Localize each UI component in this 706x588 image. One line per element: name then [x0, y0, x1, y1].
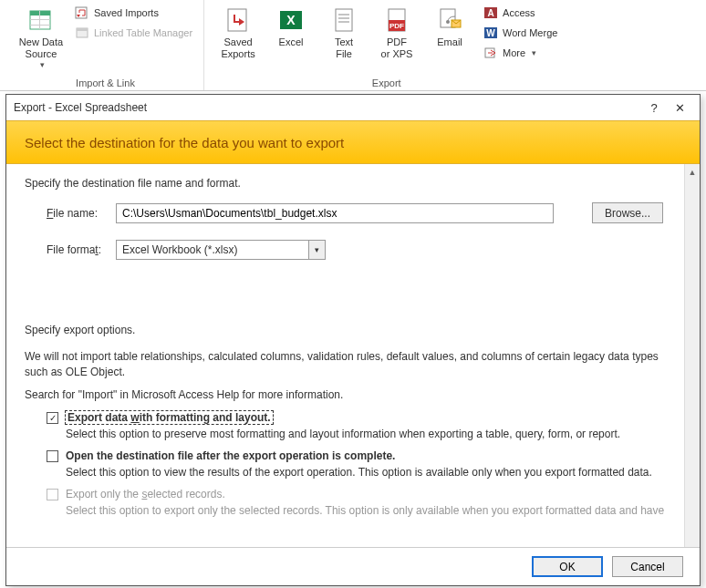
svg-text:PDF: PDF [389, 22, 404, 30]
more-icon [483, 46, 498, 60]
dialog-title: Export - Excel Spreadsheet [14, 101, 641, 114]
svg-rect-11 [336, 9, 352, 31]
dialog-titlebar: Export - Excel Spreadsheet ? ✕ [6, 95, 700, 120]
access-icon: A [483, 5, 498, 20]
word-merge-button[interactable]: W Word Merge [480, 24, 561, 42]
excel-button[interactable]: X Excel [265, 2, 317, 52]
linked-table-manager-button: Linked Table Manager [71, 24, 196, 42]
cancel-button[interactable]: Cancel [612, 556, 683, 577]
text-file-button[interactable]: Text File [317, 2, 370, 64]
excel-icon: X [276, 5, 306, 35]
more-label: More [503, 47, 525, 58]
new-data-source-icon [26, 5, 56, 35]
pdf-xps-label: PDF or XPS [381, 36, 413, 60]
access-button[interactable]: A Access [480, 4, 561, 22]
email-label: Email [437, 36, 462, 48]
option-open-after-export[interactable]: Open the destination file after the expo… [47, 449, 681, 479]
svg-rect-8 [228, 9, 246, 31]
pdf-icon: PDF [382, 5, 411, 35]
svg-rect-7 [77, 28, 88, 31]
svg-rect-4 [39, 11, 40, 29]
excel-label: Excel [279, 36, 304, 48]
spec-dest-label: Specify the destination file name and fo… [25, 177, 681, 190]
close-button[interactable]: ✕ [667, 101, 692, 115]
email-icon [435, 5, 464, 35]
ok-button[interactable]: OK [532, 556, 603, 577]
ribbon-group-label-export: Export [212, 76, 561, 90]
import-note: We will not import table relationships, … [25, 349, 681, 380]
svg-text:A: A [487, 8, 493, 18]
ribbon-group-import-link: New Data Source▾ Saved Imports Linked Ta… [7, 0, 204, 90]
file-name-label: File name: [47, 207, 116, 220]
ribbon-group-export: Saved Exports X Excel Text File PDF PDF … [204, 0, 568, 90]
ribbon: New Data Source▾ Saved Imports Linked Ta… [0, 0, 706, 91]
scrollbar[interactable]: ▲ [684, 164, 700, 547]
option-export-selected: Export only the selected records. Select… [47, 488, 681, 517]
file-format-value: Excel Workbook (*.xlsx) [122, 243, 237, 256]
file-format-select[interactable]: Excel Workbook (*.xlsx) ▾ [116, 240, 326, 260]
opt3-desc: Select this option to export only the se… [66, 504, 664, 517]
new-data-source-label: New Data Source [19, 36, 63, 60]
chevron-down-icon: ▾ [308, 241, 325, 259]
word-merge-icon: W [483, 26, 498, 40]
browse-button[interactable]: Browse... [592, 202, 663, 223]
dialog-body: Specify the destination file name and fo… [6, 164, 700, 547]
scroll-up-icon[interactable]: ▲ [685, 164, 700, 180]
help-note: Search for "Import" in Microsoft Access … [25, 387, 681, 403]
word-merge-label: Word Merge [503, 27, 557, 38]
saved-exports-icon [223, 5, 253, 35]
svg-text:X: X [286, 13, 296, 27]
linked-table-manager-icon [75, 26, 89, 40]
checkbox-export-formatting[interactable] [47, 412, 58, 424]
more-button[interactable]: More▾ [480, 44, 561, 62]
opt2-desc: Select this option to view the results o… [66, 466, 652, 479]
ribbon-group-label-import-link: Import & Link [15, 76, 196, 90]
dialog-banner: Select the destination for the data you … [6, 120, 700, 164]
chevron-down-icon: ▾ [40, 60, 45, 70]
text-file-icon [329, 5, 358, 35]
spec-opts-label: Specify export options. [25, 324, 681, 336]
saved-exports-button[interactable]: Saved Exports [212, 2, 265, 64]
help-button[interactable]: ? [641, 101, 667, 115]
opt3-title: Export only the selected records. [66, 488, 225, 500]
pdf-xps-button[interactable]: PDF PDF or XPS [370, 2, 423, 64]
saved-exports-label: Saved Exports [221, 36, 254, 60]
option-export-formatting[interactable]: Export data with formatting and layout. … [47, 411, 681, 440]
file-format-label: File format: [47, 243, 116, 256]
access-label: Access [503, 7, 535, 18]
svg-text:W: W [486, 28, 495, 38]
file-name-input[interactable] [116, 203, 554, 223]
text-file-label: Text File [335, 36, 353, 60]
chevron-down-icon: ▾ [532, 48, 536, 57]
checkbox-export-selected [47, 489, 58, 500]
checkbox-open-after-export[interactable] [47, 450, 58, 462]
opt1-title: Export data with formatting and layout. [66, 411, 273, 424]
opt1-desc: Select this option to preserve most form… [66, 428, 620, 440]
saved-imports-button[interactable]: Saved Imports [71, 4, 196, 22]
saved-imports-icon [75, 5, 89, 20]
export-dialog: Export - Excel Spreadsheet ? ✕ Select th… [5, 94, 701, 586]
saved-imports-label: Saved Imports [94, 7, 159, 18]
new-data-source-button[interactable]: New Data Source▾ [15, 2, 67, 74]
linked-table-manager-label: Linked Table Manager [94, 27, 192, 38]
opt2-title: Open the destination file after the expo… [66, 449, 395, 462]
svg-point-19 [446, 20, 450, 24]
email-button[interactable]: Email [423, 2, 476, 52]
dialog-button-bar: OK Cancel [6, 547, 700, 585]
